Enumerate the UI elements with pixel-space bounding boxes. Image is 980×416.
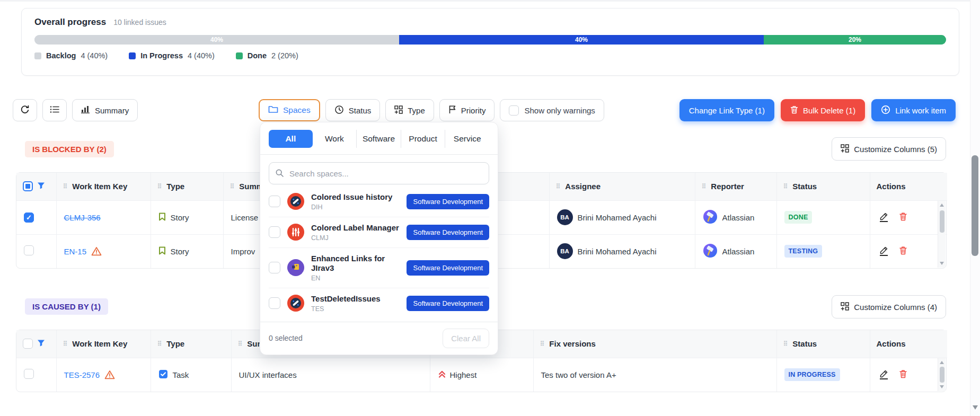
change-link-type-button[interactable]: Change Link Type (1) xyxy=(679,99,774,121)
scroll-thumb[interactable] xyxy=(940,210,944,233)
warnings-checkbox[interactable] xyxy=(509,105,519,116)
space-checkbox[interactable] xyxy=(269,196,280,207)
drag-handle[interactable]: ⠿ xyxy=(540,340,544,348)
summary-value: Improv xyxy=(231,247,255,256)
tab-all[interactable]: All xyxy=(269,130,313,148)
bulk-delete-button[interactable]: Bulk Delete (1) xyxy=(781,99,865,121)
type-filter-button[interactable]: Type xyxy=(385,99,434,121)
spaces-filter-button[interactable]: Spaces xyxy=(259,99,320,121)
customize-columns-button-1[interactable]: Customize Columns (5) xyxy=(832,137,946,161)
row-checkbox[interactable] xyxy=(24,369,34,379)
plus-circle-icon xyxy=(881,105,890,116)
work-item-link[interactable]: EN-15 xyxy=(64,247,87,256)
col-fix-versions[interactable]: ⠿Fix versions xyxy=(533,330,776,358)
row-checkbox[interactable] xyxy=(24,213,34,223)
drag-handle[interactable]: ⠿ xyxy=(702,183,706,190)
priority-filter-button[interactable]: Priority xyxy=(439,99,495,121)
status-filter-button[interactable]: Status xyxy=(325,99,381,121)
col-type[interactable]: ⠿Type xyxy=(151,330,231,358)
summary-button[interactable]: Summary xyxy=(72,99,138,121)
drag-handle[interactable]: ⠿ xyxy=(157,340,162,348)
work-item-link[interactable]: CLMJ-356 xyxy=(64,213,101,222)
priority-label: Priority xyxy=(461,106,486,115)
reporter-name: Atlassian xyxy=(722,247,755,256)
drag-handle[interactable]: ⠿ xyxy=(157,183,162,190)
col-actions: Actions xyxy=(870,330,947,358)
col-status[interactable]: ⠿Status xyxy=(776,173,870,200)
col-work-item-key[interactable]: ⠿Work Item Key xyxy=(56,330,151,358)
scroll-up-arrow[interactable] xyxy=(940,361,944,364)
tab-product[interactable]: Product xyxy=(401,130,446,148)
drag-handle[interactable]: ⠿ xyxy=(63,183,67,190)
table-scrollbar[interactable] xyxy=(938,358,946,391)
delete-button[interactable] xyxy=(899,212,907,223)
space-list-item[interactable]: Enhanced Links for JIrav3 EN Software De… xyxy=(269,248,489,289)
edit-button[interactable] xyxy=(880,370,888,379)
select-all-checkbox[interactable] xyxy=(23,339,33,349)
space-checkbox[interactable] xyxy=(269,297,280,309)
space-checkbox[interactable] xyxy=(269,262,280,273)
refresh-button[interactable] xyxy=(13,99,37,121)
scroll-up-arrow[interactable] xyxy=(940,203,944,207)
tab-work[interactable]: Work xyxy=(313,130,357,148)
clear-all-button[interactable]: Clear All xyxy=(443,329,489,348)
story-icon xyxy=(158,246,166,256)
col-type[interactable]: ⠿Type xyxy=(151,173,223,200)
customize-columns-label: Customize Columns (4) xyxy=(854,303,937,312)
edit-button[interactable] xyxy=(880,247,888,256)
page-scroll-down-arrow[interactable] xyxy=(973,405,978,410)
assignee-avatar: BA xyxy=(557,209,573,225)
overall-progress-card: Overall progress 10 linked issues 40% 40… xyxy=(21,8,959,76)
space-list-item[interactable]: Colored Issue history DIH Software Devel… xyxy=(269,187,489,217)
panel-divider xyxy=(260,154,498,155)
customize-columns-button-2[interactable]: Customize Columns (4) xyxy=(832,295,946,318)
col-reporter[interactable]: ⠿Reporter xyxy=(695,173,776,200)
page-scrollbar[interactable] xyxy=(970,0,980,416)
show-only-warnings-toggle[interactable]: Show only warnings xyxy=(500,99,604,121)
edit-button[interactable] xyxy=(880,213,888,222)
drag-handle[interactable]: ⠿ xyxy=(238,340,242,348)
list-view-button[interactable] xyxy=(42,99,67,121)
drag-handle[interactable]: ⠿ xyxy=(783,340,788,348)
toolbar-actions: Change Link Type (1) Bulk Delete (1) Lin… xyxy=(679,99,956,122)
progress-title: Overall progress xyxy=(34,17,106,28)
progress-segment-inprogress: 40% xyxy=(399,35,764,45)
drag-handle[interactable]: ⠿ xyxy=(230,183,234,190)
space-list-item[interactable]: Colored Label Manager CLMJ Software Deve… xyxy=(269,217,489,248)
bar-chart-icon xyxy=(81,105,90,115)
space-key: TES xyxy=(311,305,400,313)
summary-value: UI/UX interfaces xyxy=(239,370,297,379)
work-item-link[interactable]: TES-2576 xyxy=(64,370,100,379)
warnings-label: Show only warnings xyxy=(524,106,595,115)
filter-funnel-icon[interactable] xyxy=(37,339,45,349)
scroll-down-arrow[interactable] xyxy=(940,262,944,265)
scroll-down-arrow[interactable] xyxy=(940,385,944,388)
col-assignee[interactable]: ⠿Assignee xyxy=(549,173,695,200)
priority-highest-icon xyxy=(438,370,446,380)
col-status[interactable]: ⠿Status xyxy=(776,330,870,358)
folder-icon xyxy=(268,105,278,116)
drag-handle[interactable]: ⠿ xyxy=(783,183,788,190)
space-checkbox[interactable] xyxy=(269,226,280,238)
row-checkbox[interactable] xyxy=(24,245,34,255)
tab-service[interactable]: Service xyxy=(445,130,489,148)
filter-funnel-icon[interactable] xyxy=(37,182,45,191)
space-list-item[interactable]: TestDeletedIssues TES Software Developme… xyxy=(269,288,489,318)
table-scrollbar[interactable] xyxy=(938,201,946,268)
link-work-item-button[interactable]: Link work item xyxy=(871,99,956,121)
top-divider xyxy=(0,0,980,2)
select-all-checkbox[interactable] xyxy=(23,181,33,191)
status-badge: TESTING xyxy=(784,245,823,258)
col-work-item-key[interactable]: ⠿Work Item Key xyxy=(56,173,151,200)
drag-handle[interactable]: ⠿ xyxy=(556,183,560,190)
legend-label: Done xyxy=(248,51,267,60)
tab-software[interactable]: Software xyxy=(357,130,401,148)
delete-button[interactable] xyxy=(899,369,907,380)
search-spaces-input[interactable] xyxy=(269,162,489,184)
delete-button[interactable] xyxy=(899,246,907,256)
summary-label: Summary xyxy=(95,106,129,115)
customize-columns-label: Customize Columns (5) xyxy=(854,145,937,154)
page-scroll-thumb[interactable] xyxy=(972,155,978,256)
scroll-thumb[interactable] xyxy=(940,367,944,383)
drag-handle[interactable]: ⠿ xyxy=(63,340,67,348)
